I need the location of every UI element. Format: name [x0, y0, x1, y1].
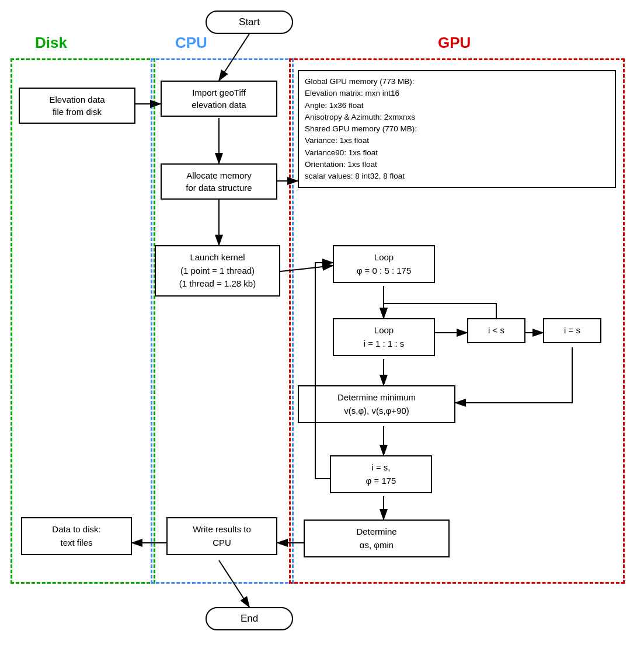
memory-line-2: Elevation matrix: mxn int16	[305, 88, 609, 99]
cpu-region	[151, 58, 294, 584]
determine-alpha-box: Determine αs, φmin	[304, 519, 450, 557]
data-to-disk-text: Data to disk: text files	[52, 524, 100, 548]
terminal-condition-text: i = s, φ = 175	[366, 462, 396, 486]
elevation-file-box: Elevation data file from disk	[19, 88, 135, 124]
loop-i-box: Loop i = 1 : 1 : s	[333, 318, 435, 356]
loop-phi-box: Loop φ = 0 : 5 : 175	[333, 245, 435, 283]
diagram-container: Disk CPU GPU Start Import geoTiff elevat…	[0, 0, 644, 652]
loop-phi-text: Loop φ = 0 : 5 : 175	[357, 252, 412, 276]
import-geotiff-text: Import geoTiff elevation data	[192, 88, 246, 110]
memory-line-5: Shared GPU memory (770 MB):	[305, 123, 609, 135]
launch-kernel-box: Launch kernel (1 point = 1 thread) (1 th…	[155, 245, 280, 297]
memory-line-3: Angle: 1x36 float	[305, 100, 609, 111]
i-eq-s-box: i = s	[543, 318, 601, 343]
determine-min-text: Determine minimum v(s,φ), v(s,φ+90)	[337, 392, 416, 416]
memory-line-6: Variance: 1xs float	[305, 135, 609, 147]
i-less-s-box: i < s	[467, 318, 525, 343]
memory-line-9: scalar values: 8 int32, 8 float	[305, 170, 609, 182]
terminal-condition-box: i = s, φ = 175	[330, 455, 432, 493]
allocate-memory-box: Allocate memory for data structure	[161, 163, 277, 200]
disk-region	[11, 58, 155, 584]
data-to-disk-box: Data to disk: text files	[21, 517, 132, 555]
i-less-s-text: i < s	[488, 325, 504, 335]
memory-line-8: Orientation: 1xs float	[305, 159, 609, 170]
memory-info-box: Global GPU memory (773 MB): Elevation ma…	[298, 70, 616, 188]
memory-line-4: Anisotropy & Azimuth: 2xmxnxs	[305, 111, 609, 123]
memory-line-1: Global GPU memory (773 MB):	[305, 76, 609, 88]
cpu-label: CPU	[175, 34, 207, 52]
launch-kernel-text: Launch kernel (1 point = 1 thread) (1 th…	[179, 252, 256, 288]
i-eq-s-text: i = s	[564, 325, 580, 335]
gpu-label: GPU	[438, 34, 471, 52]
write-results-box: Write results to CPU	[166, 517, 277, 555]
write-results-text: Write results to CPU	[193, 524, 251, 548]
elevation-file-text: Elevation data file from disk	[49, 95, 105, 117]
import-geotiff-box: Import geoTiff elevation data	[161, 81, 277, 117]
memory-line-7: Variance90: 1xs float	[305, 147, 609, 159]
disk-label: Disk	[35, 34, 67, 52]
determine-alpha-text: Determine αs, φmin	[356, 527, 396, 550]
allocate-memory-text: Allocate memory for data structure	[186, 170, 252, 193]
determine-min-box: Determine minimum v(s,φ), v(s,φ+90)	[298, 385, 455, 423]
end-terminal: End	[206, 607, 293, 630]
loop-i-text: Loop i = 1 : 1 : s	[364, 325, 405, 348]
start-terminal: Start	[206, 11, 293, 34]
